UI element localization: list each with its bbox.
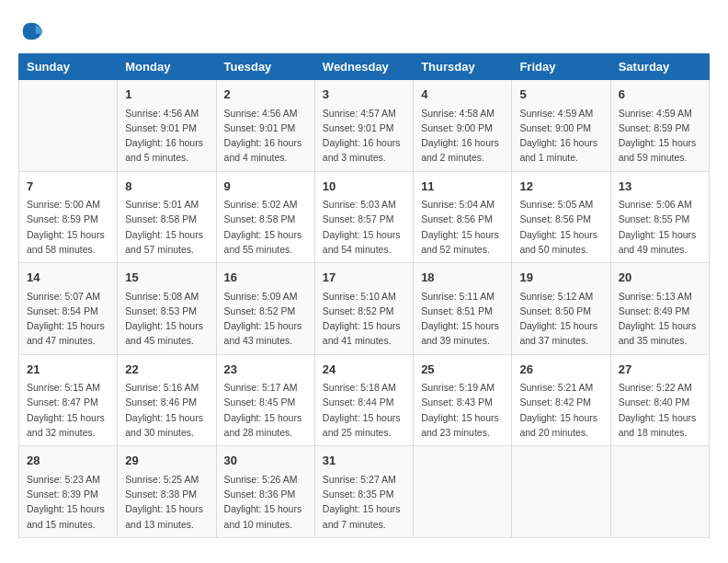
calendar-cell: 30Sunrise: 5:26 AM Sunset: 8:36 PM Dayli… [216,446,314,538]
day-number: 5 [519,86,602,104]
day-number: 29 [125,452,208,470]
day-content: Sunrise: 5:27 AM Sunset: 8:35 PM Dayligh… [323,472,405,532]
logo [18,18,48,44]
calendar-cell: 1Sunrise: 4:56 AM Sunset: 9:01 PM Daylig… [118,80,216,172]
week-row-2: 7Sunrise: 5:00 AM Sunset: 8:59 PM Daylig… [19,171,710,263]
header-thursday: Thursday [414,54,512,80]
day-content: Sunrise: 5:18 AM Sunset: 8:44 PM Dayligh… [323,380,405,440]
day-number: 11 [421,178,504,196]
day-content: Sunrise: 5:15 AM Sunset: 8:47 PM Dayligh… [27,380,109,440]
calendar-cell: 9Sunrise: 5:02 AM Sunset: 8:58 PM Daylig… [216,171,314,263]
day-content: Sunrise: 4:59 AM Sunset: 8:59 PM Dayligh… [619,106,701,166]
day-number: 18 [421,269,504,287]
page-header [18,18,710,44]
day-content: Sunrise: 5:19 AM Sunset: 8:43 PM Dayligh… [421,380,504,440]
day-number: 16 [224,269,307,287]
day-number: 6 [619,86,701,104]
calendar-cell: 11Sunrise: 5:04 AM Sunset: 8:56 PM Dayli… [414,171,512,263]
day-number: 21 [27,361,109,379]
day-number: 23 [224,361,307,379]
day-content: Sunrise: 5:02 AM Sunset: 8:58 PM Dayligh… [224,197,307,257]
day-number: 1 [125,86,208,104]
day-number: 22 [125,361,208,379]
day-number: 24 [323,361,405,379]
calendar-cell: 27Sunrise: 5:22 AM Sunset: 8:40 PM Dayli… [610,354,709,446]
day-content: Sunrise: 5:01 AM Sunset: 8:58 PM Dayligh… [125,197,208,257]
calendar-cell: 24Sunrise: 5:18 AM Sunset: 8:44 PM Dayli… [314,354,413,446]
day-content: Sunrise: 5:25 AM Sunset: 8:38 PM Dayligh… [125,472,208,532]
day-number: 30 [224,452,307,470]
calendar-cell: 23Sunrise: 5:17 AM Sunset: 8:45 PM Dayli… [216,354,314,446]
day-content: Sunrise: 4:59 AM Sunset: 9:00 PM Dayligh… [519,106,602,166]
calendar-cell: 15Sunrise: 5:08 AM Sunset: 8:53 PM Dayli… [118,263,216,355]
day-content: Sunrise: 5:17 AM Sunset: 8:45 PM Dayligh… [224,380,307,440]
header-tuesday: Tuesday [216,54,314,80]
calendar-cell: 26Sunrise: 5:21 AM Sunset: 8:42 PM Dayli… [512,354,610,446]
day-content: Sunrise: 5:05 AM Sunset: 8:56 PM Dayligh… [519,197,602,257]
calendar-cell: 22Sunrise: 5:16 AM Sunset: 8:46 PM Dayli… [118,354,216,446]
logo-icon [18,18,44,44]
day-content: Sunrise: 4:56 AM Sunset: 9:01 PM Dayligh… [125,106,208,166]
calendar-header-row: SundayMondayTuesdayWednesdayThursdayFrid… [19,54,710,80]
day-number: 10 [323,178,405,196]
calendar-cell: 7Sunrise: 5:00 AM Sunset: 8:59 PM Daylig… [19,171,118,263]
calendar-cell: 29Sunrise: 5:25 AM Sunset: 8:38 PM Dayli… [118,446,216,538]
day-number: 13 [619,178,701,196]
week-row-3: 14Sunrise: 5:07 AM Sunset: 8:54 PM Dayli… [19,263,710,355]
day-number: 8 [125,178,208,196]
day-content: Sunrise: 5:08 AM Sunset: 8:53 PM Dayligh… [125,289,208,349]
day-number: 27 [619,361,701,379]
day-content: Sunrise: 5:12 AM Sunset: 8:50 PM Dayligh… [519,289,602,349]
day-number: 19 [519,269,602,287]
day-number: 12 [519,178,602,196]
day-number: 26 [519,361,602,379]
week-row-4: 21Sunrise: 5:15 AM Sunset: 8:47 PM Dayli… [19,354,710,446]
week-row-1: 1Sunrise: 4:56 AM Sunset: 9:01 PM Daylig… [19,80,710,172]
day-content: Sunrise: 5:04 AM Sunset: 8:56 PM Dayligh… [421,197,504,257]
day-number: 17 [323,269,405,287]
day-number: 7 [27,178,109,196]
calendar-cell: 5Sunrise: 4:59 AM Sunset: 9:00 PM Daylig… [512,80,610,172]
calendar-cell: 14Sunrise: 5:07 AM Sunset: 8:54 PM Dayli… [19,263,118,355]
day-content: Sunrise: 5:07 AM Sunset: 8:54 PM Dayligh… [27,289,109,349]
calendar-table: SundayMondayTuesdayWednesdayThursdayFrid… [18,53,710,538]
day-number: 28 [27,452,109,470]
calendar-cell [610,446,709,538]
calendar-cell: 8Sunrise: 5:01 AM Sunset: 8:58 PM Daylig… [118,171,216,263]
calendar-cell: 18Sunrise: 5:11 AM Sunset: 8:51 PM Dayli… [414,263,512,355]
day-content: Sunrise: 5:26 AM Sunset: 8:36 PM Dayligh… [224,472,307,532]
header-wednesday: Wednesday [314,54,413,80]
calendar-cell: 31Sunrise: 5:27 AM Sunset: 8:35 PM Dayli… [314,446,413,538]
day-content: Sunrise: 5:10 AM Sunset: 8:52 PM Dayligh… [323,289,405,349]
calendar-cell: 28Sunrise: 5:23 AM Sunset: 8:39 PM Dayli… [19,446,118,538]
calendar-cell: 17Sunrise: 5:10 AM Sunset: 8:52 PM Dayli… [314,263,413,355]
day-content: Sunrise: 5:09 AM Sunset: 8:52 PM Dayligh… [224,289,307,349]
day-number: 2 [224,86,307,104]
header-saturday: Saturday [610,54,709,80]
day-content: Sunrise: 5:13 AM Sunset: 8:49 PM Dayligh… [619,289,701,349]
day-number: 3 [323,86,405,104]
day-number: 14 [27,269,109,287]
calendar-cell [512,446,610,538]
calendar-cell: 10Sunrise: 5:03 AM Sunset: 8:57 PM Dayli… [314,171,413,263]
calendar-cell: 25Sunrise: 5:19 AM Sunset: 8:43 PM Dayli… [414,354,512,446]
calendar-cell [414,446,512,538]
day-content: Sunrise: 4:57 AM Sunset: 9:01 PM Dayligh… [323,106,405,166]
day-number: 31 [323,452,405,470]
day-content: Sunrise: 5:06 AM Sunset: 8:55 PM Dayligh… [619,197,701,257]
calendar-cell: 19Sunrise: 5:12 AM Sunset: 8:50 PM Dayli… [512,263,610,355]
calendar-cell: 12Sunrise: 5:05 AM Sunset: 8:56 PM Dayli… [512,171,610,263]
calendar-cell: 2Sunrise: 4:56 AM Sunset: 9:01 PM Daylig… [216,80,314,172]
header-friday: Friday [512,54,610,80]
day-content: Sunrise: 5:16 AM Sunset: 8:46 PM Dayligh… [125,380,208,440]
week-row-5: 28Sunrise: 5:23 AM Sunset: 8:39 PM Dayli… [19,446,710,538]
calendar-cell: 13Sunrise: 5:06 AM Sunset: 8:55 PM Dayli… [610,171,709,263]
calendar-cell: 20Sunrise: 5:13 AM Sunset: 8:49 PM Dayli… [610,263,709,355]
day-content: Sunrise: 5:00 AM Sunset: 8:59 PM Dayligh… [27,197,109,257]
day-content: Sunrise: 5:22 AM Sunset: 8:40 PM Dayligh… [619,380,701,440]
calendar-cell [19,80,118,172]
day-number: 25 [421,361,504,379]
calendar-cell: 6Sunrise: 4:59 AM Sunset: 8:59 PM Daylig… [610,80,709,172]
header-sunday: Sunday [19,54,118,80]
day-content: Sunrise: 5:11 AM Sunset: 8:51 PM Dayligh… [421,289,504,349]
